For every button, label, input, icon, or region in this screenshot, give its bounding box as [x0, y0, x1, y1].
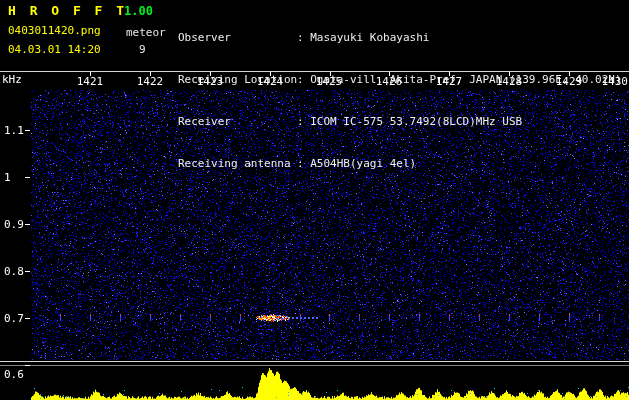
info-row-receiver: Receiver: ICOM IC-575 53.7492(8LCD)MHz U… [178, 115, 622, 129]
meteor-count: 9 [139, 43, 146, 56]
freq-label-0-8: 0.8 [4, 265, 24, 278]
info-row-observer: Observer: Masayuki Kobayashi [178, 31, 622, 45]
output-filename: 0403011420.png [8, 24, 101, 37]
mode-label: meteor [126, 26, 166, 39]
info-value: Masayuki Kobayashi [310, 31, 429, 44]
info-label: Receiver [178, 115, 297, 129]
hrofft-output: H R O F F T 1.00 0403011420.png meteor 0… [0, 0, 629, 400]
time-label-1430: 1430 [602, 75, 629, 88]
time-label-1421: 1421 [77, 75, 104, 88]
freq-unit-label: kHz [2, 73, 22, 86]
time-label-1428: 1428 [496, 75, 523, 88]
info-colon: : [297, 157, 310, 170]
app-version: 1.00 [124, 4, 153, 18]
time-label-1425: 1425 [316, 75, 343, 88]
freq-label-1-0: 1 [4, 171, 11, 184]
time-label-1427: 1427 [436, 75, 463, 88]
info-colon: : [297, 73, 310, 86]
freq-label-0-6: 0.6 [4, 368, 24, 381]
time-label-1422: 1422 [137, 75, 164, 88]
time-label-1423: 1423 [197, 75, 224, 88]
info-label: Receiving antenna [178, 157, 297, 171]
info-value: ICOM IC-575 53.7492(8LCD)MHz USB [310, 115, 522, 128]
time-label-1429: 1429 [556, 75, 583, 88]
app-title: H R O F F T [8, 3, 127, 18]
freq-label-0-7: 0.7 [4, 312, 24, 325]
freq-label-0-9: 0.9 [4, 218, 24, 231]
time-label-1424: 1424 [257, 75, 284, 88]
start-datetime: 04.03.01 14:20 [8, 43, 101, 56]
freq-label-1-1: 1.1 [4, 124, 24, 137]
time-label-1426: 1426 [376, 75, 403, 88]
station-info: Observer: Masayuki Kobayashi Receiving L… [178, 3, 622, 199]
info-row-antenna: Receiving antenna: A504HB(yagi 4el) [178, 157, 622, 171]
info-value: A504HB(yagi 4el) [310, 157, 416, 170]
info-colon: : [297, 115, 310, 128]
info-colon: : [297, 31, 310, 44]
info-label: Observer [178, 31, 297, 45]
